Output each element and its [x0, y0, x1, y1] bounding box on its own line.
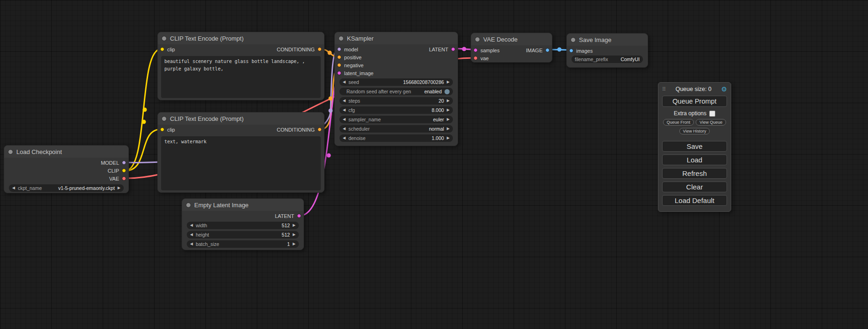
conditioning-output-dot[interactable]	[318, 47, 322, 51]
settings-gear-icon[interactable]: ⚙	[721, 85, 727, 93]
negative-input-dot[interactable]	[337, 63, 341, 67]
image-output-dot[interactable]	[545, 48, 550, 52]
drag-handle-icon[interactable]: ⠿	[662, 86, 666, 92]
collapse-dot-icon[interactable]	[186, 203, 191, 208]
increment-arrow-icon[interactable]: ▶	[447, 136, 450, 140]
clip-input-dot[interactable]	[160, 127, 164, 132]
node-empty-latent-image[interactable]: Empty Latent Image LATENT ◀ width 512 ▶ …	[182, 198, 304, 250]
node-title-bar[interactable]: KSampler	[335, 32, 458, 44]
node-title-bar[interactable]: VAE Decode	[471, 33, 552, 45]
slot-row: LATENT	[182, 212, 303, 220]
decrement-arrow-icon[interactable]: ◀	[343, 127, 346, 131]
increment-arrow-icon[interactable]: ▶	[447, 99, 450, 103]
increment-arrow-icon[interactable]: ▶	[447, 108, 450, 112]
queue-panel: ⠿ Queue size: 0 ⚙ Queue Prompt Extra opt…	[658, 82, 731, 212]
node-title-bar[interactable]: CLIP Text Encode (Prompt)	[158, 112, 324, 125]
node-title-bar[interactable]: Save Image	[567, 34, 648, 46]
latent-output-dot[interactable]	[297, 214, 301, 218]
decrement-arrow-icon[interactable]: ◀	[343, 118, 346, 121]
decrement-arrow-icon[interactable]: ◀	[190, 233, 193, 237]
random-seed-toggle-widget[interactable]: Random seed after every gen enabled	[339, 88, 453, 95]
increment-arrow-icon[interactable]: ▶	[293, 233, 296, 237]
conditioning-output-dot[interactable]	[318, 127, 322, 132]
node-clip-text-encode-positive[interactable]: CLIP Text Encode (Prompt) clip CONDITION…	[157, 32, 325, 100]
decrement-arrow-icon[interactable]: ◀	[343, 108, 346, 112]
increment-arrow-icon[interactable]: ▶	[293, 224, 296, 227]
decrement-arrow-icon[interactable]: ◀	[190, 224, 193, 227]
sampler-name-widget[interactable]: ◀ sampler_name euler ▶	[339, 116, 453, 123]
node-title: KSampler	[347, 35, 374, 42]
decrement-arrow-icon[interactable]: ◀	[190, 242, 193, 246]
slot-row: vae	[471, 54, 552, 62]
clear-button[interactable]: Clear	[662, 182, 727, 192]
refresh-button[interactable]: Refresh	[662, 168, 727, 179]
node-ksampler[interactable]: KSampler model LATENT positive negative …	[334, 32, 458, 146]
increment-arrow-icon[interactable]: ▶	[447, 118, 450, 121]
cfg-widget[interactable]: ◀ cfg 8.000 ▶	[339, 106, 453, 114]
vae-output-dot[interactable]	[122, 176, 126, 181]
node-title-bar[interactable]: CLIP Text Encode (Prompt)	[158, 32, 324, 44]
node-clip-text-encode-negative[interactable]: CLIP Text Encode (Prompt) clip CONDITION…	[157, 112, 325, 193]
output-label: CONDITIONING	[277, 127, 315, 133]
widget-label: filename_prefix	[575, 56, 608, 62]
positive-prompt-textarea[interactable]: beautiful scenery nature glass bottle la…	[161, 56, 321, 98]
slot-row: CLIP	[4, 167, 128, 175]
save-button[interactable]: Save	[662, 141, 727, 152]
decrement-arrow-icon[interactable]: ◀	[343, 80, 346, 84]
node-vae-decode[interactable]: VAE Decode samples IMAGE vae	[471, 33, 552, 63]
filename-prefix-widget[interactable]: filename_prefix ComfyUI	[572, 56, 643, 63]
increment-arrow-icon[interactable]: ▶	[118, 186, 120, 190]
increment-arrow-icon[interactable]: ▶	[293, 242, 296, 246]
load-default-button[interactable]: Load Default	[662, 195, 727, 206]
model-output-dot[interactable]	[122, 161, 126, 165]
collapse-dot-icon[interactable]	[339, 36, 344, 41]
load-button[interactable]: Load	[662, 154, 727, 165]
collapse-dot-icon[interactable]	[162, 116, 167, 121]
collapse-dot-icon[interactable]	[571, 37, 576, 42]
collapse-dot-icon[interactable]	[475, 37, 480, 42]
node-title-bar[interactable]: Empty Latent Image	[182, 199, 303, 211]
increment-arrow-icon[interactable]: ▶	[447, 127, 450, 131]
decrement-arrow-icon[interactable]: ◀	[12, 186, 15, 190]
widget-label: sampler_name	[348, 117, 381, 122]
scheduler-widget[interactable]: ◀ scheduler normal ▶	[339, 125, 453, 133]
slot-row: MODEL	[4, 159, 128, 167]
input-label: latent_image	[344, 70, 374, 76]
queue-front-button[interactable]: Queue Front	[663, 119, 694, 126]
node-title-bar[interactable]: Load Checkpoint	[4, 146, 128, 158]
height-widget[interactable]: ◀ height 512 ▶	[187, 231, 299, 238]
view-queue-button[interactable]: View Queue	[696, 119, 726, 126]
negative-prompt-textarea[interactable]: text, watermark	[161, 136, 321, 190]
latent-output-dot[interactable]	[451, 47, 455, 51]
increment-arrow-icon[interactable]: ▶	[447, 80, 450, 84]
seed-widget[interactable]: ◀ seed 156680208700286 ▶	[339, 78, 453, 86]
samples-input-dot[interactable]	[473, 48, 478, 52]
node-load-checkpoint[interactable]: Load Checkpoint MODEL CLIP VAE ◀ ckpt_na…	[4, 145, 129, 193]
steps-widget[interactable]: ◀ steps 20 ▶	[339, 97, 453, 105]
collapse-dot-icon[interactable]	[162, 36, 167, 41]
vae-input-dot[interactable]	[473, 56, 478, 60]
ckpt-name-widget[interactable]: ◀ ckpt_name v1-5-pruned-emaonly.ckpt ▶	[9, 184, 124, 192]
decrement-arrow-icon[interactable]: ◀	[343, 136, 346, 140]
output-label: CLIP	[108, 168, 119, 174]
view-history-button[interactable]: View History	[679, 128, 710, 134]
queue-prompt-button[interactable]: Queue Prompt	[662, 96, 727, 107]
positive-input-dot[interactable]	[337, 55, 341, 59]
clip-input-dot[interactable]	[160, 47, 164, 51]
node-save-image[interactable]: Save Image images filename_prefix ComfyU…	[566, 33, 648, 68]
width-widget[interactable]: ◀ width 512 ▶	[187, 222, 299, 229]
denoise-widget[interactable]: ◀ denoise 1.000 ▶	[339, 134, 453, 142]
images-input-dot[interactable]	[569, 49, 573, 53]
collapse-dot-icon[interactable]	[8, 149, 13, 154]
batch-size-widget[interactable]: ◀ batch_size 1 ▶	[187, 240, 299, 248]
extra-options-checkbox[interactable]	[709, 111, 715, 117]
toggle-dot-icon[interactable]	[445, 89, 450, 94]
slot-row: clip CONDITIONING	[158, 126, 324, 133]
node-graph-canvas[interactable]: Load Checkpoint MODEL CLIP VAE ◀ ckpt_na…	[0, 0, 868, 329]
clip-output-dot[interactable]	[122, 168, 126, 173]
model-input-dot[interactable]	[337, 47, 341, 51]
input-label: model	[344, 47, 358, 52]
decrement-arrow-icon[interactable]: ◀	[343, 99, 346, 103]
widget-value: 8.000	[432, 107, 444, 113]
latent-image-input-dot[interactable]	[337, 71, 341, 75]
